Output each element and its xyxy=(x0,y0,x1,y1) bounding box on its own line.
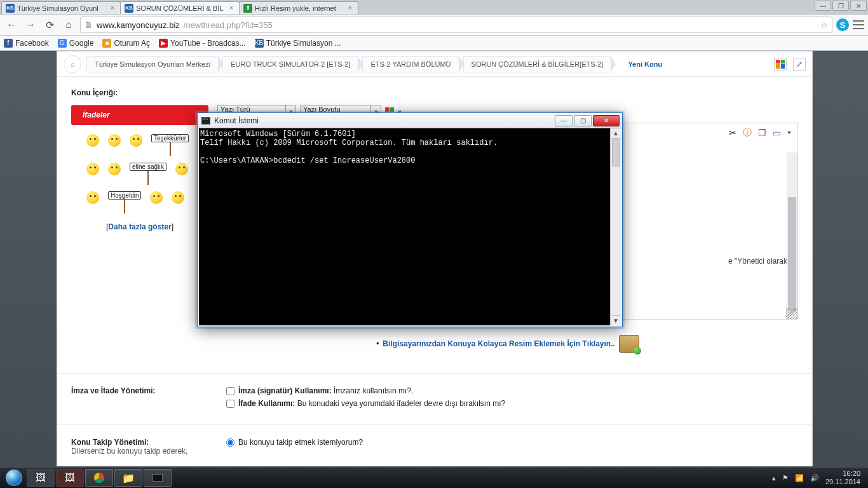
smile-icon[interactable] xyxy=(86,134,99,147)
system-tray: ▴ ⚑ 📶 🔊 16:20 29.11.2014 xyxy=(772,470,865,486)
ifade-checkbox-row[interactable]: İfade Kullanımı: Bu konudaki veya yorumd… xyxy=(226,399,505,408)
add-image-link[interactable]: Bilgisayarınızdan Konuya Kolayca Resim E… xyxy=(383,339,614,348)
info-icon[interactable]: ⓘ xyxy=(743,127,752,139)
skype-icon[interactable]: S xyxy=(836,18,849,31)
chevron-down-icon[interactable] xyxy=(787,132,791,134)
reload-button[interactable]: ⟳ xyxy=(42,17,57,32)
picture-upload-icon[interactable] xyxy=(619,335,639,353)
sign-smiley[interactable]: Teşekkürler xyxy=(151,134,189,156)
back-button[interactable]: ← xyxy=(4,17,19,32)
taskbar-explorer[interactable]: 📁 xyxy=(114,469,142,487)
tray-flag-icon[interactable]: ⚑ xyxy=(782,474,789,482)
taskbar-cmd[interactable] xyxy=(144,469,172,487)
breadcrumb-home-icon[interactable]: ⌂ xyxy=(64,55,81,73)
tab-close-icon[interactable]: × xyxy=(227,4,235,12)
bookmark-icon: ■ xyxy=(102,39,111,48)
cmd-maximize[interactable]: ▢ xyxy=(574,115,592,126)
signature-checkbox-row[interactable]: İmza (signatür) Kullanımı: İmzanız kulla… xyxy=(226,386,505,395)
breadcrumb-item[interactable]: ETS-2 YARDIM BÖLÜMÜ xyxy=(362,56,459,72)
bookmark-star-icon[interactable]: ☆ xyxy=(820,20,828,30)
favicon: KB xyxy=(125,4,133,13)
bookmark-item[interactable]: ▶YouTube - Broadcas... xyxy=(159,39,246,48)
scroll-thumb[interactable] xyxy=(612,139,620,166)
browser-toolbar: ← → ⟳ ⌂ 🗎 www.kamyoncuyuz.biz/newthread.… xyxy=(0,14,868,36)
chrome-menu-icon[interactable] xyxy=(853,20,864,29)
bookmark-item[interactable]: fFacebook xyxy=(4,39,49,48)
crop-icon[interactable]: ✂ xyxy=(729,128,736,138)
smile-icon[interactable] xyxy=(130,134,142,147)
taskbar-chrome[interactable] xyxy=(85,469,113,487)
window-maximize[interactable]: ❐ xyxy=(832,1,849,11)
tab-close-icon[interactable]: × xyxy=(109,4,116,12)
tv-icon[interactable]: ▭ xyxy=(773,128,781,138)
sign-smiley[interactable]: Hoşgeldin xyxy=(108,191,141,214)
breadcrumb-item[interactable]: Türkiye Simulasyon Oyunları Merkezi xyxy=(86,56,219,72)
color-grid-icon[interactable] xyxy=(774,58,787,71)
bookmark-item[interactable]: KBTürkiye Simulasyon ... xyxy=(255,39,341,48)
start-button[interactable] xyxy=(3,468,25,487)
window-close[interactable]: ✕ xyxy=(850,1,867,11)
taskbar-item[interactable]: 🖼 xyxy=(56,469,84,487)
bookmark-label: Türkiye Simulasyon ... xyxy=(266,39,341,48)
breadcrumb-bar: ⌂ Türkiye Simulasyon Oyunları MerkeziEUR… xyxy=(57,51,812,77)
smile-icon[interactable] xyxy=(86,163,99,175)
fullscreen-icon[interactable]: ⤢ xyxy=(793,58,806,71)
cmd-minimize[interactable]: — xyxy=(555,115,573,126)
smile-icon[interactable] xyxy=(108,163,121,175)
window-minimize[interactable]: — xyxy=(815,1,831,11)
bookmark-icon: KB xyxy=(255,39,264,48)
ifade-checkbox[interactable] xyxy=(226,400,234,408)
tab-title: Hızlı Resim yükle, internet xyxy=(255,4,344,12)
cmd-window[interactable]: Komut İstemi — ▢ ✕ Microsoft Windows [Sü… xyxy=(197,112,623,327)
browser-tab[interactable]: ⬆Hızlı Resim yükle, internet× xyxy=(239,1,358,14)
breadcrumb-item[interactable]: SORUN ÇÖZÜMLERİ & BİLGİLER[ETS-2] xyxy=(463,56,612,72)
editor-scrollbar[interactable] xyxy=(787,152,797,315)
cmd-titlebar[interactable]: Komut İstemi — ▢ ✕ xyxy=(198,113,622,128)
tray-volume-icon[interactable]: 🔊 xyxy=(810,474,819,482)
breadcrumb-item[interactable]: EURO TRUCK SIMULATOR 2 [ETS-2] xyxy=(222,56,358,72)
address-bar[interactable]: 🗎 www.kamyoncuyuz.biz/newthread.php?fid=… xyxy=(80,17,832,33)
tab-title: Türkiye Simulasyon Oyunl xyxy=(17,4,106,12)
bookmark-item[interactable]: ■Oturum Aç xyxy=(102,39,150,48)
tray-network-icon[interactable]: 📶 xyxy=(795,474,804,482)
cmd-icon xyxy=(201,117,210,125)
tray-clock[interactable]: 16:20 29.11.2014 xyxy=(825,470,860,486)
cmd-close[interactable]: ✕ xyxy=(593,115,620,126)
smile-icon[interactable] xyxy=(86,191,99,204)
takip-radio-row[interactable]: Bu konuyu takip etmek istemiyorum? xyxy=(226,438,363,447)
browser-window: KBTürkiye Simulasyon Oyunl×KBSORUN ÇÖZÜM… xyxy=(0,0,868,488)
bookmark-item[interactable]: GGoogle xyxy=(58,39,94,48)
tray-chevron-icon[interactable]: ▴ xyxy=(772,474,776,482)
show-more-link[interactable]: Daha fazla göster xyxy=(108,222,171,231)
smile-icon[interactable] xyxy=(150,191,163,204)
takip-radio[interactable] xyxy=(226,438,234,447)
tab-title: SORUN ÇÖZÜMLERİ & BİL xyxy=(136,4,225,12)
smile-icon[interactable] xyxy=(172,191,184,204)
browser-tab[interactable]: KBTürkiye Simulasyon Oyunl× xyxy=(1,1,121,14)
cmd-scrollbar[interactable]: ▲ ▼ xyxy=(610,128,621,325)
smile-icon[interactable] xyxy=(175,163,188,175)
signature-checkbox[interactable] xyxy=(226,387,234,395)
copy-icon[interactable]: ❐ xyxy=(758,128,766,138)
scroll-down-icon[interactable]: ▼ xyxy=(611,315,621,325)
smile-icon[interactable] xyxy=(108,134,121,147)
home-button[interactable]: ⌂ xyxy=(61,17,76,32)
ifadeler-header: İfadeler xyxy=(71,105,208,125)
tab-strip: KBTürkiye Simulasyon Oyunl×KBSORUN ÇÖZÜM… xyxy=(0,0,868,14)
url-host: www.kamyoncuyuz.biz xyxy=(97,20,180,30)
scroll-up-icon[interactable]: ▲ xyxy=(611,128,621,139)
bookmark-icon: ▶ xyxy=(159,39,168,48)
forward-button[interactable]: → xyxy=(23,17,38,32)
imza-title: İmza ve İfade Yönetimi: xyxy=(71,386,208,412)
bookmark-label: Google xyxy=(69,39,94,48)
takip-title: Konu Takip Yönetimi: Dilerseniz bu konuy… xyxy=(71,438,208,456)
editor-visible-text: e "Yönetici olarak xyxy=(728,257,787,266)
tab-close-icon[interactable]: × xyxy=(346,4,354,12)
taskbar-item[interactable]: 🖼 xyxy=(27,469,55,487)
browser-tab[interactable]: KBSORUN ÇÖZÜMLERİ & BİL× xyxy=(120,1,240,14)
sign-smiley[interactable]: eline sağlık xyxy=(130,163,166,185)
favicon: KB xyxy=(6,4,15,13)
show-more: [Daha fazla göster] xyxy=(71,222,208,231)
cmd-surface[interactable]: Microsoft Windows [Sürüm 6.1.7601] Telif… xyxy=(198,128,622,327)
resize-handle-icon[interactable] xyxy=(786,308,797,319)
